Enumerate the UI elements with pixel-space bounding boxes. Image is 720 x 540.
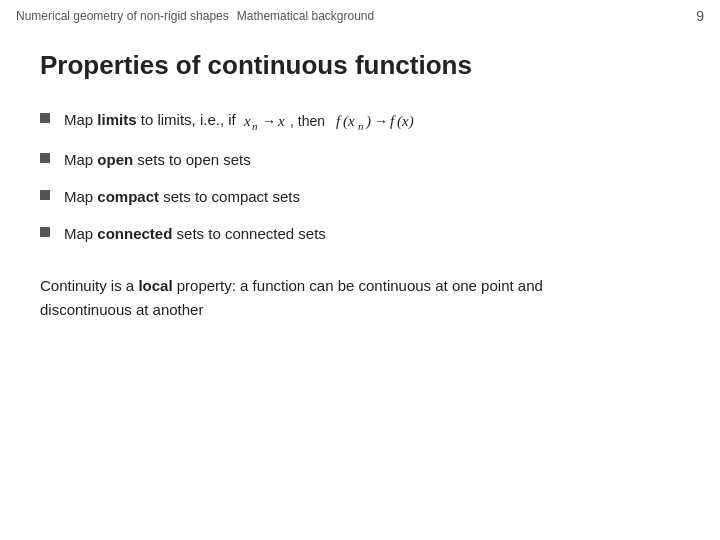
list-item: Map connected sets to connected sets	[40, 223, 680, 244]
bullet-icon	[40, 227, 50, 237]
bullet-text: Map connected sets to connected sets	[64, 223, 680, 244]
svg-text:n: n	[252, 120, 258, 132]
continuity-bold: local	[138, 277, 172, 294]
continuity-text-line3: discontinuous at another	[40, 301, 203, 318]
list-item: Map open sets to open sets	[40, 149, 680, 170]
slide-content: Properties of continuous functions Map l…	[0, 30, 720, 342]
svg-text:f: f	[390, 113, 396, 129]
bullet-text: Map compact sets to compact sets	[64, 186, 680, 207]
header-left: Numerical geometry of non-rigid shapes M…	[16, 9, 374, 23]
svg-text:x: x	[244, 113, 251, 129]
svg-text:x: x	[277, 113, 285, 129]
svg-text:→: →	[262, 113, 276, 129]
bold-word: limits	[97, 111, 136, 128]
slide: Numerical geometry of non-rigid shapes M…	[0, 0, 720, 540]
svg-text:, then: , then	[290, 113, 325, 129]
continuity-text-suffix: property: a function can be continuous a…	[173, 277, 543, 294]
svg-text:(x: (x	[343, 113, 355, 130]
course-title: Numerical geometry of non-rigid shapes	[16, 9, 229, 23]
list-item: Map compact sets to compact sets	[40, 186, 680, 207]
slide-title: Properties of continuous functions	[40, 50, 680, 81]
continuity-text-prefix: Continuity is a	[40, 277, 138, 294]
bullet-text: Map open sets to open sets	[64, 149, 680, 170]
bold-word: connected	[97, 225, 172, 242]
list-item: Map limits to limits, i.e., if x n → x ,…	[40, 109, 680, 133]
bullet-text: Map limits to limits, i.e., if x n → x ,…	[64, 109, 680, 133]
svg-text:): )	[365, 113, 371, 130]
svg-text:n: n	[358, 120, 364, 132]
continuity-note: Continuity is a local property: a functi…	[40, 274, 680, 322]
slide-number: 9	[696, 8, 704, 24]
bullet-list: Map limits to limits, i.e., if x n → x ,…	[40, 109, 680, 244]
slide-header: Numerical geometry of non-rigid shapes M…	[0, 0, 720, 30]
bullet-icon	[40, 113, 50, 123]
section-title: Mathematical background	[237, 9, 374, 23]
bold-word: open	[97, 151, 133, 168]
math-formula: x n → x , then f (x n ) → f (x)	[244, 109, 464, 133]
bullet-icon	[40, 190, 50, 200]
bullet-icon	[40, 153, 50, 163]
svg-text:f: f	[336, 113, 342, 129]
svg-text:(x): (x)	[397, 113, 414, 130]
bold-word: compact	[97, 188, 159, 205]
svg-text:→: →	[374, 113, 388, 129]
